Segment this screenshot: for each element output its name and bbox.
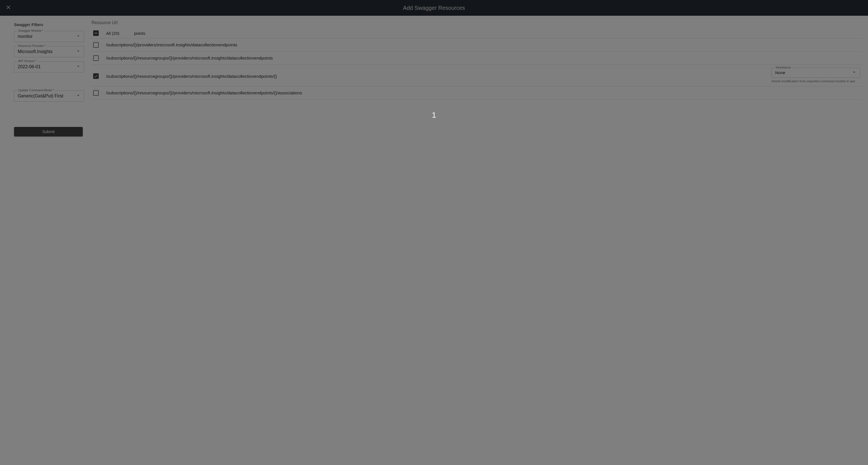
submit-button[interactable]: Submit	[14, 127, 83, 137]
resource-path: /subscriptions/{}/providers/microsoft.in…	[106, 41, 860, 49]
swagger-module-select[interactable]: Swagger Module* monitor	[14, 31, 84, 42]
sidebar-filters: Swagger Filters Swagger Module* monitor …	[6, 19, 84, 137]
chevron-down-icon	[851, 69, 857, 76]
inheritance-label: Inheritance	[775, 66, 792, 69]
chevron-down-icon	[75, 63, 81, 70]
row-checkbox[interactable]	[93, 42, 99, 48]
dialog-header: Add Swagger Resources	[0, 0, 868, 16]
table-header-row: All (20) points	[91, 28, 862, 38]
resources-table: All (20) points /subscriptions/{}/provid…	[91, 28, 862, 100]
api-version-value: 2022-06-01	[18, 64, 74, 70]
resource-provider-label: Resource Provider*	[17, 44, 46, 48]
row-checkbox[interactable]	[93, 90, 99, 96]
resource-provider-value: Microsoft.Insights	[18, 49, 74, 55]
table-row[interactable]: /subscriptions/{}/resourcegroups/{}/prov…	[91, 52, 862, 65]
resource-provider-select[interactable]: Resource Provider* Microsoft.Insights	[14, 46, 84, 57]
chevron-down-icon	[75, 48, 81, 55]
resource-path: /subscriptions/{}/resourcegroups/{}/prov…	[106, 68, 768, 80]
api-version-select[interactable]: API Version* 2022-06-01	[14, 61, 84, 72]
chevron-down-icon	[75, 93, 81, 99]
update-command-mode-value: Generic(Get&Put) First	[18, 93, 74, 99]
table-row[interactable]: /subscriptions/{}/resourcegroups/{}/prov…	[91, 65, 862, 86]
resource-url-heading: Resource Url	[91, 20, 862, 25]
row-checkbox[interactable]	[93, 73, 99, 79]
inheritance-value: None	[775, 70, 850, 76]
swagger-module-value: monitor	[18, 33, 74, 39]
api-version-label: API Version*	[17, 59, 37, 63]
inheritance-select[interactable]: Inheritance None	[772, 68, 860, 78]
close-icon	[5, 4, 11, 11]
update-command-mode-label: Update Command Mode*	[17, 88, 55, 92]
column-header-all[interactable]: All (20)	[106, 31, 134, 36]
close-button[interactable]	[2, 1, 15, 14]
column-header-points[interactable]: points	[134, 31, 860, 36]
table-row[interactable]: /subscriptions/{}/providers/microsoft.in…	[91, 38, 862, 52]
update-command-mode-select[interactable]: Update Command Mode* Generic(Get&Put) Fi…	[14, 90, 84, 101]
resource-path: /subscriptions/{}/resourcegroups/{}/prov…	[106, 55, 860, 62]
filters-title: Swagger Filters	[14, 23, 84, 27]
chevron-down-icon	[75, 33, 81, 40]
resources-panel: Resource Url All (20) points /subscripti…	[91, 19, 862, 100]
inheritance-help-text: Inherit modification from exported comma…	[772, 79, 860, 83]
row-checkbox[interactable]	[93, 55, 99, 61]
resource-path: /subscriptions/{}/resourcegroups/{}/prov…	[106, 89, 860, 96]
table-row[interactable]: /subscriptions/{}/resourcegroups/{}/prov…	[91, 86, 862, 100]
swagger-module-label: Swagger Module*	[17, 29, 44, 32]
inheritance-cell: Inheritance None Inherit modification fr…	[768, 68, 860, 83]
toast-message: 1	[432, 111, 436, 120]
select-all-checkbox[interactable]	[93, 30, 99, 36]
dialog-title: Add Swagger Resources	[403, 5, 465, 11]
